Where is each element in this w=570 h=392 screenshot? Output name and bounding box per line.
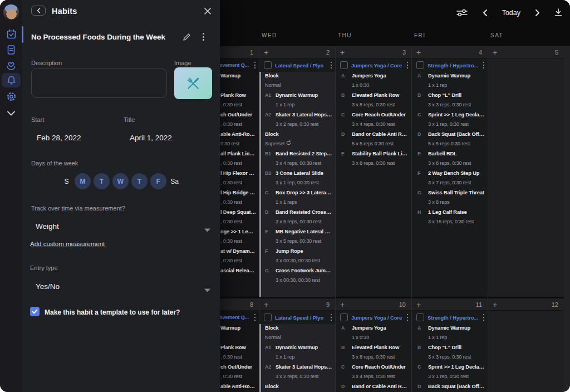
add-workout-button[interactable]: +: [416, 301, 421, 308]
workout-checkbox[interactable]: [340, 61, 348, 69]
add-workout-button[interactable]: +: [416, 48, 421, 56]
block-row[interactable]: BlockSuperset: [261, 131, 333, 147]
workout-card[interactable]: BlockNormalA1Dynamic Warmup1 x 1 repA2Sk…: [259, 72, 335, 297]
block-row[interactable]: BlockNormal: [261, 72, 333, 89]
entry-type-select-value[interactable]: Yes/No: [36, 282, 60, 291]
workout-menu-icon[interactable]: [330, 61, 333, 70]
workout-menu-icon[interactable]: [406, 313, 410, 322]
exercise-row[interactable]: DBand Resisted Crossover...3 x 5 reps, 0…: [261, 209, 333, 225]
exercise-row[interactable]: A2Skater 3 Lateral Hops >> ...3 x 2 reps…: [261, 111, 333, 128]
exercise-row[interactable]: BElevated Plank Row3 x 8 reps, 0:30 rest: [336, 92, 410, 108]
exercise-row[interactable]: EBarbell RDL3 x 8 reps, 0:30 rest: [412, 150, 486, 166]
exercise-row[interactable]: DBack Squat (Back Off Set)5 x 5 reps 0:3…: [412, 383, 486, 392]
workout-title-row[interactable]: Jumpers Yoga / Core: [336, 311, 411, 324]
exercise-row[interactable]: CCore Reach Out/Under3 x 4 reps, 0:30 re…: [336, 364, 410, 380]
exercise-row[interactable]: CCore Reach Out/Under3 x 4 reps, 0:30 re…: [336, 111, 410, 128]
sidebar-chevron-down-icon[interactable]: [0, 106, 22, 120]
calendar-check-icon[interactable]: [0, 27, 22, 41]
document-icon[interactable]: [0, 42, 22, 57]
prev-week-chevron-icon[interactable]: [483, 9, 488, 17]
exercise-row[interactable]: BChop “L” Drill3 x 3 reps, 0:30 rest: [412, 92, 486, 108]
day-toggle-t[interactable]: T: [131, 173, 148, 189]
habit-menu-icon[interactable]: [202, 32, 205, 42]
add-workout-button[interactable]: +: [264, 48, 268, 56]
scrollbar-track[interactable]: [564, 46, 570, 392]
exercise-row[interactable]: EStability Ball Plank Linear ...3 x 8 re…: [336, 150, 410, 166]
next-week-chevron-icon[interactable]: [535, 9, 540, 17]
exercise-row[interactable]: AJumpers Yoga1 x 0:30: [336, 325, 410, 341]
day-toggle-t[interactable]: T: [94, 173, 110, 189]
workout-title-row[interactable]: Strength / Hypertro...: [412, 58, 488, 72]
exercise-row[interactable]: EMB Negative Lateral Hop...3 x 5 reps, 0…: [261, 228, 333, 244]
workout-card[interactable]: ADynamic Warmup1 x 1 repBChop “L” Drill3…: [412, 324, 488, 392]
workout-title-row[interactable]: Lateral Speed / Plyo: [259, 58, 335, 72]
workout-menu-icon[interactable]: [330, 313, 333, 322]
exercise-row[interactable]: GCross Footwork Jump Rope3 x 00:30, 00:3…: [261, 267, 333, 283]
exercise-row[interactable]: CSprint >> 1 Leg Declarations3 x 1 rep, …: [412, 111, 486, 128]
measurement-select-value[interactable]: Weight: [36, 222, 59, 231]
workout-menu-icon[interactable]: [253, 313, 257, 322]
workout-card[interactable]: ADynamic Warmup1 x 1 repBChop “L” Drill3…: [412, 72, 488, 297]
workout-title-row[interactable]: Strength / Hypertro...: [412, 311, 488, 324]
workout-menu-icon[interactable]: [482, 313, 486, 322]
day-toggle-m[interactable]: M: [75, 173, 91, 189]
exercise-row[interactable]: F2 Way Bench Step Up3 x 7 reps, 0:30 res…: [412, 170, 486, 186]
day-toggle-f[interactable]: F: [150, 173, 166, 189]
exercise-row[interactable]: DBack Squat (Back Off Set)5 x 5 reps 0:3…: [412, 131, 486, 147]
add-workout-button[interactable]: +: [264, 301, 268, 308]
day-toggle-w[interactable]: W: [112, 173, 129, 189]
bell-icon[interactable]: [2, 73, 21, 87]
back-button[interactable]: [31, 6, 46, 16]
exercise-row[interactable]: CBox Drop >> 3 Lateral H...1 x 1 reps: [261, 189, 333, 205]
workout-title-row[interactable]: Jumpers Yoga / Core: [336, 58, 411, 72]
start-date-value[interactable]: Feb 28, 2022: [37, 134, 81, 142]
add-custom-measurement-link[interactable]: Add custom measurement: [30, 241, 105, 247]
exercise-row[interactable]: B23 Cone Lateral Slide3 x 1 rep, 00:30 r…: [261, 170, 333, 186]
exercise-row[interactable]: A1Dynamic Warmup1 x 1 rep: [261, 92, 333, 108]
entry-type-chevron-icon[interactable]: [204, 285, 210, 295]
add-workout-button[interactable]: +: [340, 301, 345, 308]
block-row[interactable]: BlockSuperset: [261, 383, 333, 392]
day-toggle-s[interactable]: S: [61, 178, 72, 185]
exercise-row[interactable]: ADynamic Warmup1 x 1 rep: [412, 72, 486, 89]
exercise-row[interactable]: CSprint >> 1 Leg Declarations3 x 1 rep, …: [412, 364, 486, 380]
workout-checkbox[interactable]: [264, 313, 272, 321]
exercise-row[interactable]: ADynamic Warmup1 x 1 rep: [412, 325, 486, 341]
workout-title-row[interactable]: Lateral Speed / Plyo: [259, 311, 335, 324]
workout-checkbox[interactable]: [416, 61, 424, 69]
end-date-value[interactable]: April 1, 2022: [130, 134, 172, 142]
exercise-row[interactable]: FJump Rope3 x 00:30, 00:30 rest: [261, 248, 333, 264]
workout-card[interactable]: AJumpers Yoga1 x 0:30BElevated Plank Row…: [336, 72, 411, 297]
add-workout-button[interactable]: +: [493, 48, 497, 56]
workout-checkbox[interactable]: [340, 313, 348, 321]
exercise-row[interactable]: A2Skater 3 Lateral Hops >> ...3 x 2 reps…: [261, 364, 333, 380]
today-button[interactable]: Today: [502, 9, 520, 17]
filter-sliders-icon[interactable]: [456, 9, 468, 17]
exercise-row[interactable]: BElevated Plank Row3 x 8 reps, 0:30 rest: [336, 344, 410, 360]
workout-menu-icon[interactable]: [253, 61, 257, 70]
heart-hands-icon[interactable]: [0, 58, 22, 72]
gear-icon[interactable]: [0, 89, 22, 104]
workout-menu-icon[interactable]: [482, 61, 486, 70]
template-checkbox[interactable]: [30, 307, 40, 316]
exercise-row[interactable]: H1 Leg Calf Raise3 x 15 reps, 0:30 rest: [412, 209, 486, 225]
close-icon[interactable]: [203, 7, 212, 16]
edit-pencil-icon[interactable]: [183, 33, 191, 43]
measurement-chevron-icon[interactable]: [204, 224, 210, 234]
block-row[interactable]: BlockNormal: [261, 325, 333, 341]
exercise-row[interactable]: DBand or Cable Anti Rotati...5 x 5 reps …: [336, 131, 410, 147]
workout-card[interactable]: AJumpers Yoga1 x 0:30BElevated Plank Row…: [336, 324, 411, 392]
exercise-row[interactable]: AJumpers Yoga1 x 0:30: [336, 72, 410, 89]
habit-image[interactable]: [174, 67, 212, 99]
workout-card[interactable]: BlockNormalA1Dynamic Warmup1 x 1 repA2Sk…: [259, 324, 335, 392]
description-input[interactable]: [31, 68, 167, 98]
download-icon[interactable]: [554, 8, 562, 17]
exercise-row[interactable]: B1Band Resisted 2 Step Late...3 x 4 reps…: [261, 150, 333, 166]
workout-menu-icon[interactable]: [406, 61, 410, 70]
exercise-row[interactable]: GSwiss Ball Triple Threat3 x 8 reps: [412, 189, 486, 205]
add-workout-button[interactable]: +: [493, 301, 497, 308]
workout-checkbox[interactable]: [416, 313, 424, 321]
day-toggle-sa[interactable]: Sa: [169, 178, 180, 185]
avatar[interactable]: [3, 4, 19, 20]
exercise-row[interactable]: DBand or Cable Anti Rotati...5 x 5 reps …: [336, 383, 410, 392]
